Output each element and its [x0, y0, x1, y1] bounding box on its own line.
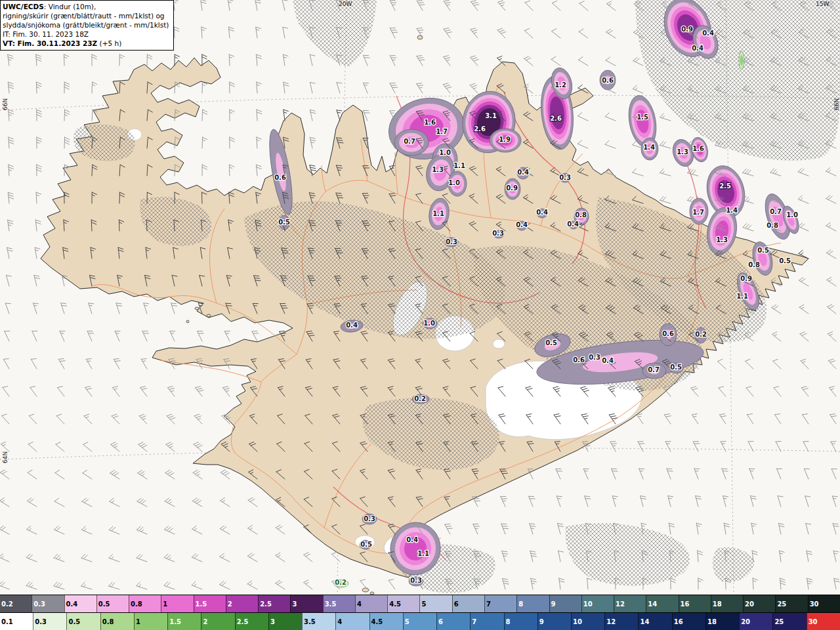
precip-value-label: 2.6: [550, 115, 562, 122]
colorbar-cell-label: 7: [485, 600, 491, 608]
precip-value-label: 0.6: [602, 77, 614, 84]
colorbar-cell-label: 10: [582, 600, 593, 608]
precip-value-label: 0.5: [545, 339, 557, 346]
colorbar-cell: 0.5: [96, 595, 129, 612]
precip-value-label: 0.3: [559, 174, 571, 181]
precip-value-label: 0.5: [278, 219, 290, 226]
colorbar-cell-label: 16: [679, 600, 690, 608]
colorbar-cell: 20: [743, 595, 775, 612]
precip-value-label: 2.6: [474, 125, 486, 133]
precip-value-label: 0.3: [492, 230, 504, 237]
precip-value-label: 1.0: [439, 149, 451, 156]
colorbar-cell-label: 0.5: [67, 618, 80, 625]
precip-value-label: 1.1: [736, 293, 748, 300]
precip-value-label: 0.8: [748, 261, 760, 268]
precip-value-label: 0.8: [766, 222, 778, 229]
precip-value-label: 0.3: [364, 515, 375, 522]
precip-value-label: 0.5: [779, 257, 791, 264]
colorbar-cell-label: 4.5: [370, 618, 383, 625]
precip-value-label: 2.5: [719, 182, 731, 190]
init-time-line: IT: Fim. 30. 11. 2023 18Z: [3, 30, 169, 39]
precip-value-label: 0.7: [648, 366, 660, 373]
colorbar-cell-label: 5: [420, 600, 426, 608]
precip-value-label: 0.4: [536, 209, 548, 216]
colorbar-cell: 0.2: [0, 595, 32, 612]
colorbar-cell-label: 20: [744, 600, 754, 608]
precip-value-label: 0.9: [506, 184, 518, 192]
precip-value-label: 0.9: [681, 26, 693, 33]
precip-value-label: 1.1: [432, 210, 444, 217]
colorbar-cell-label: 4: [356, 600, 362, 608]
precip-value-label: 1.3: [716, 236, 728, 243]
precip-value-label: 0.8: [575, 211, 587, 219]
model-name: UWC/ECDS: [3, 3, 44, 10]
colorbar-cell-label: 14: [639, 618, 649, 625]
colorbar-cell: 3.5: [323, 595, 355, 612]
colorbar-cell-label: 0.4: [65, 600, 78, 608]
precip-value-label: 1.3: [677, 148, 688, 156]
colorbar-cell: 25: [775, 595, 807, 612]
colorbar-cell: 30: [808, 595, 840, 612]
colorbar-cell: 4: [335, 613, 369, 630]
colorbar-cell: 6: [436, 613, 470, 630]
colorbar-cell-label: 9: [538, 618, 544, 625]
precip-value-label: 3.1: [485, 112, 497, 119]
colorbar-cell: 0.8: [129, 595, 161, 612]
colorbar-cell: 3.5: [302, 613, 335, 630]
colorbar-cell: 0.3: [32, 595, 64, 612]
colorbar-sleet-row: 0.20.30.40.50.811.522.533.544.5567891012…: [0, 595, 840, 612]
colorbar-cell: 0.3: [33, 613, 66, 630]
colorbar-cell: 0.4: [64, 595, 96, 612]
colorbar-cell-label: 7: [471, 618, 476, 625]
precip-value-label: 1.4: [726, 207, 738, 214]
precip-value-label: 0.4: [346, 322, 358, 329]
colorbar-cell-label: 0.8: [101, 618, 114, 625]
colorbar-cell: 3: [268, 613, 302, 630]
colorbar-cell-label: 12: [605, 618, 616, 625]
colorbar-cell-label: 1.5: [168, 618, 181, 625]
colorbar-cell: 0.8: [100, 613, 134, 630]
colorbar-cell-label: 0.5: [97, 600, 110, 608]
sleet-legend-line: slydda/snjókoma (grátt/bleikt/grænt - mm…: [3, 20, 169, 30]
precip-value-label: 1.7: [692, 209, 704, 216]
colorbar-cell: 30: [807, 613, 840, 630]
colorbar-cell: 6: [452, 595, 484, 612]
precip-value-label: 0.6: [274, 174, 286, 181]
colorbar-cell: 4.5: [369, 613, 403, 630]
colorbar-cell: 1.5: [194, 595, 226, 612]
precip-value-label: 0.6: [662, 330, 674, 337]
colorbar-cell-label: 1: [161, 600, 167, 608]
precip-value-label: 0.5: [670, 364, 682, 371]
precip-value-label: 1.4: [643, 144, 655, 151]
colorbar-cell-label: 1: [135, 618, 140, 625]
colorbar-cell: 5: [403, 613, 436, 630]
colorbar-cell-label: 2: [226, 600, 232, 608]
rain-legend-line: rigning/skúrir (grænt/blátt/rautt - mm/1…: [3, 11, 169, 20]
iceland-map-canvas: 0.90.40.41.20.61.61.70.73.12.61.92.61.51…: [0, 0, 840, 595]
precip-value-label: 0.4: [602, 357, 614, 364]
colorbar-cell: 2.5: [235, 613, 268, 630]
colorbar-cell: 5: [419, 595, 452, 612]
precip-value-label: 0.4: [517, 169, 529, 176]
precip-value-label: 1.5: [637, 114, 648, 121]
colorbar-cell: 3: [290, 595, 322, 612]
colorbar-cell-label: 4.5: [388, 600, 401, 608]
precip-value-label: 0.5: [757, 247, 769, 254]
precip-colorbar: 0.20.30.40.50.811.522.533.544.5567891012…: [0, 595, 840, 630]
colorbar-cell: 12: [604, 613, 638, 630]
precip-value-label: 1.0: [448, 179, 460, 186]
colorbar-cell-label: 2: [201, 618, 207, 625]
colorbar-cell: 14: [646, 595, 678, 612]
colorbar-cell: 16: [679, 595, 711, 612]
precip-value-label: 1.2: [555, 81, 566, 89]
valid-time: VT: Fim. 30.11.2023 23Z: [3, 39, 97, 47]
colorbar-cell-label: 18: [711, 600, 722, 608]
param-text: : Vindur (10m),: [44, 3, 96, 10]
precip-value-label: 0.4: [692, 45, 704, 52]
colorbar-cell: 2.5: [258, 595, 290, 612]
precip-value-label: 0.2: [695, 331, 707, 338]
colorbar-cell: 1: [161, 595, 193, 612]
colorbar-cell: 0.5: [66, 613, 100, 630]
colorbar-rain-row: 0.10.30.50.811.522.533.544.5567891012141…: [0, 612, 840, 630]
colorbar-cell-label: 18: [706, 618, 717, 625]
